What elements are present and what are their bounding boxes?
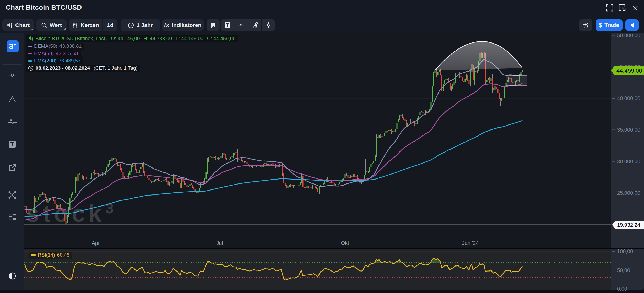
svg-text:Okt: Okt xyxy=(341,240,349,246)
svg-text:19.932,24: 19.932,24 xyxy=(617,222,640,228)
svg-text:50,00: 50,00 xyxy=(617,267,630,273)
svg-text:44.459,00: 44.459,00 xyxy=(616,67,642,74)
svg-text:30.000,00: 30.000,00 xyxy=(617,159,640,164)
svg-text:50.000,00: 50.000,00 xyxy=(617,32,640,38)
svg-text:25.000,00: 25.000,00 xyxy=(617,190,640,196)
svg-text:Apr: Apr xyxy=(91,240,100,246)
svg-text:0,00: 0,00 xyxy=(617,286,627,292)
svg-text:100,00: 100,00 xyxy=(617,248,633,254)
svg-text:35.000,00: 35.000,00 xyxy=(617,127,640,133)
svg-text:Jan '24: Jan '24 xyxy=(462,240,479,246)
svg-text:40.000,00: 40.000,00 xyxy=(617,95,640,101)
svg-text:Jul: Jul xyxy=(216,240,223,246)
